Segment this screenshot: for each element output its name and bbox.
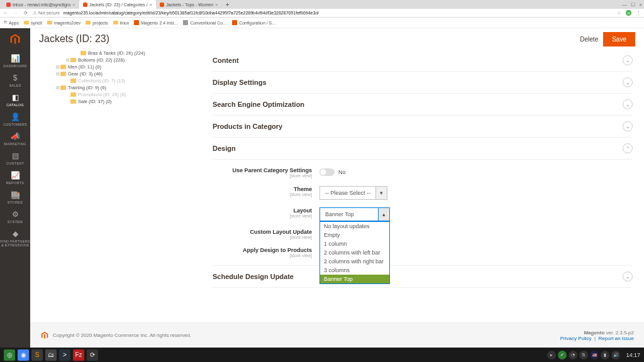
expand-icon[interactable]: ⌄	[623, 99, 633, 109]
bookmark-link[interactable]: Conventional Co…	[183, 20, 227, 25]
delete-button[interactable]: Delete	[580, 36, 598, 43]
layout-option[interactable]: No layout updates	[320, 222, 389, 231]
launcher-filezilla[interactable]: Fz	[73, 349, 84, 361]
layout-option[interactable]: Banner Top	[320, 275, 389, 283]
tree-expander-icon[interactable]: ⊟	[55, 85, 60, 90]
theme-select[interactable]: -- Please Select -- ▾	[319, 186, 387, 200]
launcher-sublime[interactable]: S	[31, 349, 43, 361]
sidebar-item-dashboard[interactable]: 📊DASHBOARD	[0, 51, 30, 70]
layout-option[interactable]: 2 columns with left bar	[320, 248, 389, 257]
collapse-icon[interactable]: ⌃	[623, 143, 633, 153]
category-tree[interactable]: Bras & Tanks (ID: 26) (224)⊟Bottoms (ID:…	[40, 50, 191, 105]
layout-select[interactable]: Banner Top ▴	[319, 207, 390, 221]
browser-tab-magento-admin[interactable]: Jackets (ID: 23) / Categories / ×	[79, 0, 156, 9]
sidebar-item-marketing[interactable]: 📣MARKETING	[0, 129, 30, 148]
section-seo[interactable]: Search Engine Optimization ⌄	[213, 94, 633, 116]
tree-node[interactable]: ⊟Gear (ID: 3) (46)	[40, 70, 191, 77]
sidebar-item-stores[interactable]: 🏬STORES	[0, 187, 30, 207]
back-icon[interactable]: ←	[3, 11, 9, 15]
tree-node[interactable]: Sale (ID: 37) (0)	[40, 98, 191, 105]
expand-icon[interactable]: ⌄	[623, 121, 633, 131]
close-icon[interactable]: ×	[72, 2, 75, 8]
section-display-settings[interactable]: Display Settings ⌄	[213, 72, 633, 94]
forward-icon[interactable]: →	[13, 11, 19, 15]
section-design[interactable]: Design ⌃	[213, 138, 633, 160]
security-indicator[interactable]: ⚠ Not secure	[33, 11, 60, 16]
sidebar-item-customers[interactable]: 👤CUSTOMERS	[0, 109, 30, 129]
expand-icon[interactable]: ⌄	[623, 77, 633, 87]
tray-shield-icon[interactable]: ✔	[558, 351, 567, 359]
tree-node[interactable]: Bras & Tanks (ID: 26) (224)	[40, 50, 191, 57]
launcher-mint-menu[interactable]: ◎	[4, 349, 15, 361]
design-panel: Use Parent Category Settings [store view…	[213, 160, 633, 261]
save-button[interactable]: Save	[603, 32, 635, 47]
tray-notify-icon[interactable]: ◔	[569, 351, 577, 359]
use-parent-toggle[interactable]: No	[319, 168, 346, 176]
tree-expander-icon[interactable]: ⊟	[55, 65, 60, 70]
layout-dropdown: No layout updatesEmpty1 column2 columns …	[319, 221, 390, 284]
bookmark-folder[interactable]: projects	[86, 21, 108, 25]
browser-tab-store[interactable]: Jackets - Tops - Women ×	[156, 0, 222, 9]
launcher-files[interactable]: 🗂	[45, 349, 57, 361]
expand-icon[interactable]: ⌄	[623, 272, 633, 282]
apps-button[interactable]: ⠿ Apps	[4, 20, 19, 25]
privacy-link[interactable]: Privacy Policy	[560, 336, 592, 341]
layout-option[interactable]: 2 columns with right bar	[320, 257, 389, 266]
browser-menu-icon[interactable]: ⋮	[635, 11, 641, 16]
tree-expander-icon[interactable]: ⊟	[65, 58, 70, 63]
expand-icon[interactable]: ⌄	[623, 55, 633, 65]
browser-tab-gmail[interactable]: Inbox - nenad.mlic@syncitgro ×	[3, 0, 79, 9]
sidebar-item-content[interactable]: ▤CONTENT	[0, 148, 30, 168]
tree-label: Promotions (ID: 29) (0)	[78, 92, 126, 97]
reload-icon[interactable]: ⟳	[23, 11, 29, 16]
sidebar-item-find-partners-extensions[interactable]: ◆FIND PARTNERS & EXTENSIONS	[0, 226, 30, 250]
address-input[interactable]: magento235.loc/admin/catalog/category/ed…	[64, 11, 612, 15]
tree-node[interactable]: ⊟Men (ID: 11) (0)	[40, 63, 191, 70]
section-products-in-category[interactable]: Products in Category ⌄	[213, 116, 633, 138]
profile-avatar[interactable]: N	[626, 10, 631, 16]
page-icon	[183, 20, 188, 25]
launcher-terminal[interactable]: >	[59, 349, 70, 361]
new-tab-button[interactable]: +	[222, 1, 233, 8]
tree-label: Sale (ID: 37) (0)	[78, 99, 111, 104]
folder-icon	[86, 21, 91, 25]
tree-node[interactable]: Collections (ID: 7) (13)	[40, 77, 191, 84]
warning-icon: ⚠	[33, 11, 36, 16]
layout-option[interactable]: 3 columns	[320, 266, 389, 275]
sidebar-item-reports[interactable]: 📈REPORTS	[0, 168, 30, 187]
close-window-icon[interactable]: ×	[639, 2, 642, 8]
sidebar-item-catalog[interactable]: ◧CATALOG	[0, 90, 30, 109]
bookmark-link[interactable]: Configuration / S…	[232, 20, 276, 25]
taskbar-clock[interactable]: 14:17	[626, 352, 640, 358]
menu-icon: 👤	[0, 113, 30, 122]
tray-volume-icon[interactable]: 🔊	[611, 351, 620, 359]
layout-option[interactable]: 1 column	[320, 239, 389, 248]
bookmark-folder[interactable]: magento2dev	[47, 21, 80, 25]
layout-option[interactable]: Empty	[320, 231, 389, 239]
section-schedule-design-update[interactable]: Schedule Design Update ⌄	[213, 265, 633, 288]
tree-node[interactable]: Promotions (ID: 29) (0)	[40, 91, 191, 98]
bookmark-star-icon[interactable]: ☆	[616, 11, 622, 16]
tree-node[interactable]: ⊟Training (ID: 9) (6)	[40, 84, 191, 91]
sidebar-item-sales[interactable]: $SALES	[0, 70, 30, 90]
tray-flag-icon[interactable]: 🇺🇸	[590, 351, 599, 359]
section-content[interactable]: Content ⌄	[213, 50, 633, 72]
minimize-icon[interactable]: —	[622, 2, 627, 8]
bookmark-folder[interactable]: syncit	[24, 21, 42, 25]
sidebar-item-system[interactable]: ⚙SYSTEM	[0, 207, 30, 226]
bookmark-folder[interactable]: linux	[113, 21, 129, 25]
tray-network-icon[interactable]: ⇅	[579, 351, 588, 359]
tray-icon[interactable]: ▸	[547, 351, 556, 359]
tree-node[interactable]: ⊟Bottoms (ID: 22) (228)	[40, 57, 191, 63]
bookmark-link[interactable]: Magento 2.4 Inst…	[134, 20, 178, 25]
launcher-updates[interactable]: ⟳	[87, 349, 98, 361]
magento-logo[interactable]	[8, 32, 23, 47]
maximize-icon[interactable]: ☐	[631, 2, 635, 8]
launcher-chrome[interactable]: ◉	[18, 349, 29, 361]
report-issue-link[interactable]: Report an Issue	[599, 336, 634, 341]
tree-expander-icon[interactable]: ⊟	[55, 72, 60, 77]
menu-icon: 🏬	[0, 191, 30, 200]
close-icon[interactable]: ×	[215, 2, 218, 8]
tray-battery-icon[interactable]: ▮	[601, 351, 609, 359]
close-icon[interactable]: ×	[150, 2, 153, 8]
